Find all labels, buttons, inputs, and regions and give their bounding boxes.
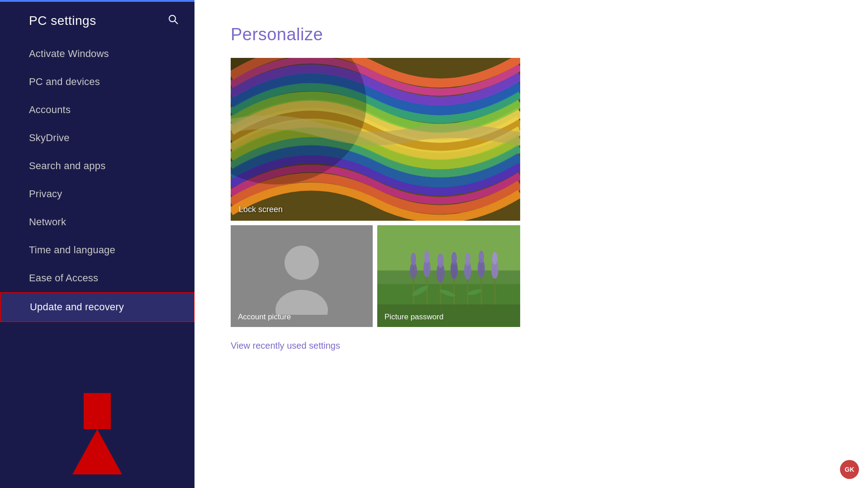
svg-point-23 [465, 253, 470, 265]
top-accent [0, 0, 194, 2]
page-title: Personalize [231, 25, 832, 44]
main-content: Personalize [194, 0, 868, 488]
arrow-head [72, 429, 122, 474]
svg-point-26 [479, 251, 484, 263]
sidebar-item-network[interactable]: Network [0, 208, 194, 236]
sidebar-header: PC settings [0, 0, 194, 40]
sidebar-item-pc-and-devices[interactable]: PC and devices [0, 68, 194, 96]
lavender-image [377, 225, 520, 327]
account-picture-tile[interactable]: Account picture [231, 225, 373, 327]
view-recently-used-link[interactable]: View recently used settings [231, 341, 340, 351]
svg-point-5 [275, 290, 328, 315]
lock-screen-tile[interactable]: Lock screen [231, 58, 520, 221]
search-icon [168, 14, 178, 24]
search-button[interactable] [166, 13, 180, 29]
person-icon [272, 238, 331, 315]
svg-point-29 [492, 252, 498, 265]
images-grid: Lock screen Account picture [231, 58, 832, 327]
person-silhouette [231, 225, 373, 327]
picture-password-tile[interactable]: Picture password [377, 225, 520, 327]
bottom-row: Account picture [231, 225, 520, 327]
sidebar-item-search-and-apps[interactable]: Search and apps [0, 152, 194, 180]
sidebar-item-ease-of-access[interactable]: Ease of Access [0, 264, 194, 292]
arrow-stem [84, 393, 111, 429]
svg-point-0 [169, 15, 175, 22]
svg-line-1 [175, 21, 178, 24]
picture-password-label: Picture password [384, 313, 443, 322]
sidebar-item-update-and-recovery[interactable]: Update and recovery [0, 292, 194, 322]
svg-point-20 [451, 252, 457, 265]
lock-screen-label: Lock screen [239, 205, 283, 214]
sidebar-title: PC settings [29, 14, 96, 28]
sidebar-item-accounts[interactable]: Accounts [0, 96, 194, 124]
svg-point-14 [424, 251, 430, 263]
sidebar-item-activate-windows[interactable]: Activate Windows [0, 40, 194, 68]
arrow-annotation [72, 393, 122, 474]
lock-screen-image [231, 58, 520, 221]
svg-point-4 [285, 246, 319, 280]
sidebar-item-skydrive[interactable]: SkyDrive [0, 124, 194, 152]
svg-point-17 [437, 253, 444, 268]
svg-point-11 [411, 253, 416, 265]
sidebar-item-time-and-language[interactable]: Time and language [0, 236, 194, 264]
account-picture-label: Account picture [238, 313, 291, 322]
gk-badge: GK [840, 460, 859, 479]
lavender-svg [377, 225, 520, 327]
sidebar-item-privacy[interactable]: Privacy [0, 180, 194, 208]
sidebar: PC settings Activate Windows PC and devi… [0, 0, 194, 488]
svg-rect-7 [377, 225, 520, 270]
